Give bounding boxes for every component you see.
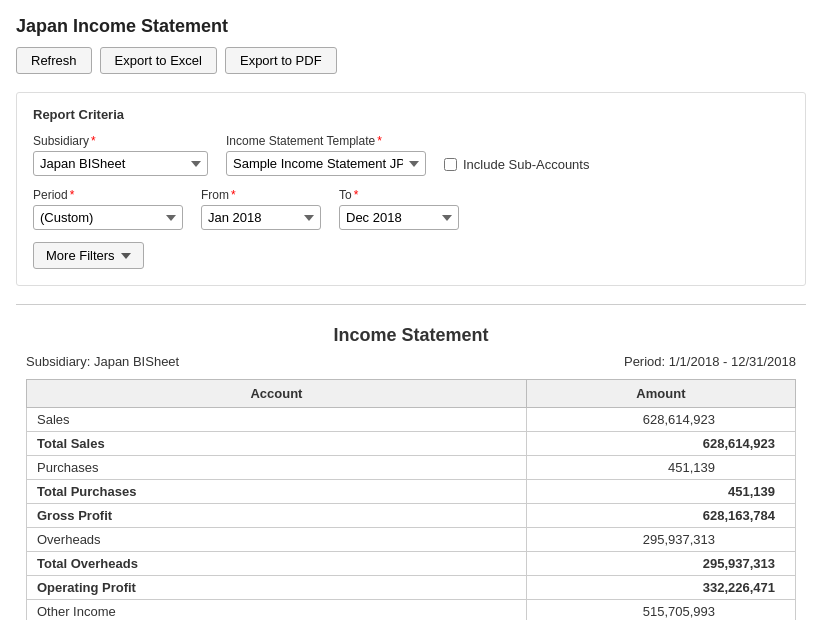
- table-row: Overheads295,937,313: [27, 528, 796, 552]
- amount-cell: 451,139: [526, 456, 795, 480]
- more-filters-label: More Filters: [46, 248, 115, 263]
- include-sub-accounts-checkbox[interactable]: [444, 158, 457, 171]
- template-select[interactable]: Sample Income Statement JP: [226, 151, 426, 176]
- report-criteria-title: Report Criteria: [33, 107, 789, 122]
- amount-cell: 628,614,923: [526, 408, 795, 432]
- amount-cell: 515,705,993: [526, 600, 795, 621]
- section-divider: [16, 304, 806, 305]
- subsidiary-field: Subsidiary* Japan BISheet: [33, 134, 208, 176]
- to-select[interactable]: Dec 2018: [339, 205, 459, 230]
- account-cell: Total Sales: [27, 432, 527, 456]
- col-header-amount: Amount: [526, 380, 795, 408]
- template-label: Income Statement Template*: [226, 134, 426, 148]
- page-title: Japan Income Statement: [16, 16, 806, 37]
- amount-cell: 295,937,313: [526, 552, 795, 576]
- from-field: From* Jan 2018: [201, 188, 321, 230]
- subsidiary-meta: Subsidiary: Japan BISheet: [26, 354, 179, 369]
- account-cell: Sales: [27, 408, 527, 432]
- export-pdf-button[interactable]: Export to PDF: [225, 47, 337, 74]
- chevron-down-icon: [121, 253, 131, 259]
- template-field: Income Statement Template* Sample Income…: [226, 134, 426, 176]
- report-title: Income Statement: [26, 325, 796, 346]
- include-sub-accounts-label[interactable]: Include Sub-Accounts: [463, 157, 589, 172]
- table-row: Other Income515,705,993: [27, 600, 796, 621]
- from-label: From*: [201, 188, 321, 202]
- from-select[interactable]: Jan 2018: [201, 205, 321, 230]
- include-sub-accounts-field: Include Sub-Accounts: [444, 157, 589, 172]
- toolbar: Refresh Export to Excel Export to PDF: [16, 47, 806, 74]
- report-meta: Subsidiary: Japan BISheet Period: 1/1/20…: [26, 354, 796, 369]
- account-cell: Overheads: [27, 528, 527, 552]
- table-row: Operating Profit332,226,471: [27, 576, 796, 600]
- table-row: Sales628,614,923: [27, 408, 796, 432]
- criteria-row-2: Period* (Custom) From* Jan 2018 To* Dec …: [33, 188, 789, 230]
- criteria-row-1: Subsidiary* Japan BISheet Income Stateme…: [33, 134, 789, 176]
- account-cell: Purchases: [27, 456, 527, 480]
- period-label: Period*: [33, 188, 183, 202]
- table-row: Total Overheads295,937,313: [27, 552, 796, 576]
- more-filters-button[interactable]: More Filters: [33, 242, 144, 269]
- table-header-row: Account Amount: [27, 380, 796, 408]
- col-header-account: Account: [27, 380, 527, 408]
- table-row: Total Sales628,614,923: [27, 432, 796, 456]
- export-excel-button[interactable]: Export to Excel: [100, 47, 217, 74]
- period-field: Period* (Custom): [33, 188, 183, 230]
- subsidiary-label: Subsidiary*: [33, 134, 208, 148]
- report-criteria-panel: Report Criteria Subsidiary* Japan BIShee…: [16, 92, 806, 286]
- income-statement-report: Income Statement Subsidiary: Japan BIShe…: [16, 325, 806, 620]
- account-cell: Total Overheads: [27, 552, 527, 576]
- amount-cell: 628,614,923: [526, 432, 795, 456]
- amount-cell: 332,226,471: [526, 576, 795, 600]
- account-cell: Other Income: [27, 600, 527, 621]
- account-cell: Gross Profit: [27, 504, 527, 528]
- account-cell: Total Purchases: [27, 480, 527, 504]
- table-row: Purchases451,139: [27, 456, 796, 480]
- income-table: Account Amount Sales628,614,923Total Sal…: [26, 379, 796, 620]
- amount-cell: 451,139: [526, 480, 795, 504]
- amount-cell: 628,163,784: [526, 504, 795, 528]
- to-field: To* Dec 2018: [339, 188, 459, 230]
- subsidiary-select[interactable]: Japan BISheet: [33, 151, 208, 176]
- period-meta: Period: 1/1/2018 - 12/31/2018: [624, 354, 796, 369]
- period-select[interactable]: (Custom): [33, 205, 183, 230]
- to-label: To*: [339, 188, 459, 202]
- account-cell: Operating Profit: [27, 576, 527, 600]
- refresh-button[interactable]: Refresh: [16, 47, 92, 74]
- table-row: Total Purchases451,139: [27, 480, 796, 504]
- amount-cell: 295,937,313: [526, 528, 795, 552]
- table-row: Gross Profit628,163,784: [27, 504, 796, 528]
